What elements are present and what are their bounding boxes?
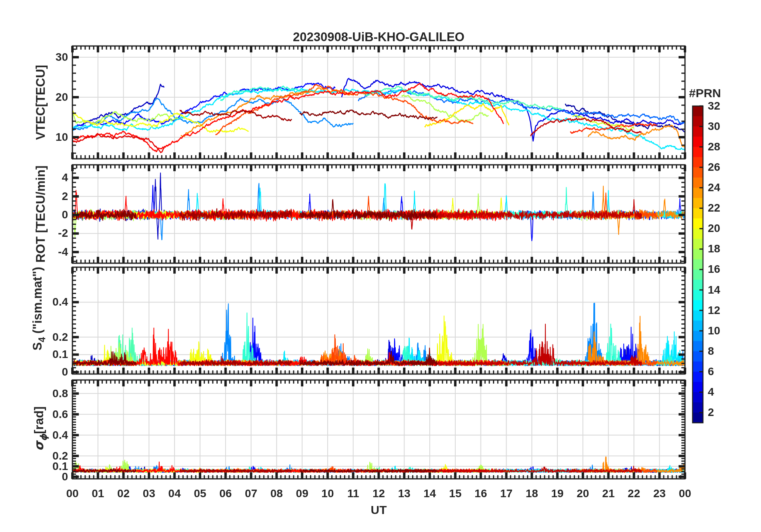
chart-canvas — [0, 0, 761, 532]
figure: 20230908-UiB-KHO-GALILEO — [0, 0, 761, 532]
